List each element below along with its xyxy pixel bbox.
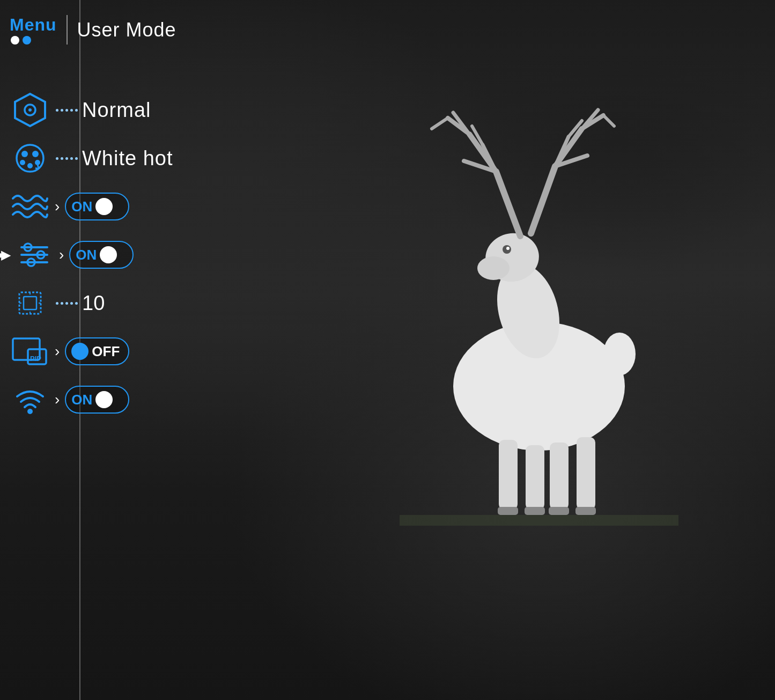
brightness-icon (9, 284, 51, 322)
menu-item-wifi[interactable]: › ON (0, 375, 173, 424)
chevron-right-icon-6: › (55, 343, 60, 360)
dot-blue (23, 36, 31, 45)
wifi-toggle-label: ON (71, 392, 92, 408)
deer-image (400, 107, 678, 526)
svg-point-39 (27, 163, 33, 168)
svg-point-37 (32, 151, 39, 157)
menu-dots (10, 36, 31, 45)
wifi-icon (9, 381, 51, 418)
menu-label: Menu (10, 15, 57, 35)
scene-mode-label: Normal (82, 99, 151, 122)
dots-separator (56, 109, 78, 112)
svg-point-40 (35, 160, 40, 165)
chevron-right-icon-4: › (59, 246, 64, 263)
svg-line-11 (432, 118, 448, 129)
svg-line-6 (496, 172, 520, 236)
brightness-value: 10 (82, 292, 105, 315)
sliders-icon (13, 236, 56, 274)
svg-rect-22 (499, 440, 518, 510)
dots-separator-5 (56, 302, 78, 305)
menu-item-scene-mode[interactable]: Normal (0, 86, 173, 134)
header-vertical-divider (67, 15, 68, 45)
svg-rect-26 (498, 507, 518, 515)
wifi-toggle[interactable]: ON (65, 386, 129, 414)
svg-line-19 (603, 115, 614, 126)
palette-icon (9, 139, 51, 177)
svg-rect-47 (19, 292, 41, 314)
svg-point-3 (477, 256, 510, 280)
stabilizer-toggle-label: ON (71, 198, 92, 215)
svg-text:PIP: PIP (30, 355, 41, 363)
svg-point-34 (28, 108, 32, 112)
color-palette-label: White hot (82, 147, 173, 170)
svg-rect-27 (525, 507, 545, 515)
svg-rect-23 (526, 445, 544, 510)
svg-rect-31 (400, 515, 678, 526)
svg-point-56 (27, 409, 33, 414)
dots-separator-2 (56, 157, 78, 160)
pip-toggle-circle (71, 343, 88, 360)
chevron-right-icon-7: › (55, 391, 60, 408)
user-mode-title: User Mode (77, 19, 176, 41)
menu-section: Menu (10, 15, 57, 45)
menu-item-pip[interactable]: PIP › OFF (0, 327, 173, 375)
pip-toggle-label: OFF (92, 343, 120, 360)
pip-toggle[interactable]: OFF (65, 337, 129, 365)
pip-icon: PIP (9, 333, 51, 370)
svg-point-38 (20, 160, 25, 165)
stabilizer-toggle-circle (95, 198, 113, 215)
adjustments-toggle[interactable]: ON (69, 241, 134, 269)
adjustments-toggle-label: ON (76, 247, 97, 263)
svg-rect-24 (550, 443, 569, 510)
wifi-toggle-circle (95, 391, 113, 408)
svg-rect-48 (24, 297, 36, 310)
svg-rect-28 (549, 507, 569, 515)
menu-item-color-palette[interactable]: White hot (0, 134, 173, 182)
adjustments-toggle-circle (100, 246, 117, 263)
svg-line-14 (531, 166, 555, 233)
dot-white (11, 36, 19, 45)
svg-point-30 (603, 333, 636, 375)
svg-point-36 (21, 151, 28, 157)
svg-rect-25 (577, 437, 595, 510)
chevron-right-icon-3: › (55, 198, 60, 215)
header: Menu User Mode (10, 15, 176, 45)
wave-icon (9, 188, 51, 225)
hexagon-icon (9, 91, 51, 129)
menu-list: Normal White hot (0, 86, 173, 424)
svg-rect-29 (575, 507, 596, 515)
svg-point-5 (506, 247, 510, 250)
menu-item-brightness[interactable]: 10 (0, 279, 173, 327)
menu-item-adjustments[interactable]: ▶ › ON (0, 231, 173, 279)
menu-item-stabilizer[interactable]: › ON (0, 182, 173, 231)
stabilizer-toggle[interactable]: ON (65, 193, 129, 220)
